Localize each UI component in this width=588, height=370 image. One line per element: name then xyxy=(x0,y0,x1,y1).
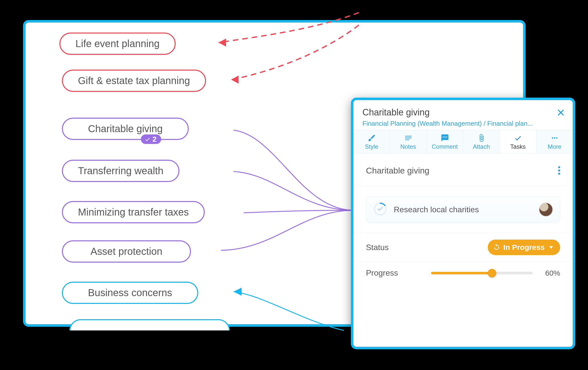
checkmark-icon xyxy=(144,136,151,142)
task-detail-panel: Charitable giving Financial Planning (We… xyxy=(351,98,575,349)
tab-tasks[interactable]: Tasks xyxy=(500,130,536,153)
progress-value: 60% xyxy=(540,269,560,277)
assignee-avatar[interactable] xyxy=(539,203,553,217)
node-charitable-giving[interactable]: Charitable giving xyxy=(62,118,189,140)
tab-label: Style xyxy=(365,143,378,150)
in-progress-icon xyxy=(493,244,500,251)
progress-label: Progress xyxy=(366,268,431,278)
node-label: Business concerns xyxy=(88,287,172,298)
kebab-menu-icon[interactable] xyxy=(558,165,560,176)
tab-label: Comment xyxy=(432,143,458,150)
node-label: Asset protection xyxy=(90,246,162,257)
svg-marker-2 xyxy=(234,288,242,296)
node-label: Transferring wealth xyxy=(78,165,163,176)
progress-row: Progress 60% xyxy=(353,262,573,284)
notes-icon xyxy=(404,134,413,142)
node-life-event-planning[interactable]: Life event planning xyxy=(59,33,176,55)
svg-marker-0 xyxy=(219,39,226,47)
node-partial-hidden[interactable] xyxy=(69,319,230,330)
tab-label: More xyxy=(548,143,561,150)
status-label: Status xyxy=(366,243,431,252)
panel-tabs: Style Notes Comment Attach Tasks More xyxy=(353,130,573,153)
tab-style[interactable]: Style xyxy=(353,130,390,153)
node-gift-estate-tax-planning[interactable]: Gift & estate tax planning xyxy=(62,70,206,92)
close-icon[interactable]: ✕ xyxy=(556,108,565,118)
progress-slider-fill xyxy=(431,272,492,274)
progress-ring-icon xyxy=(373,202,387,217)
paperclip-icon xyxy=(477,134,486,142)
subtask-name: Research local charities xyxy=(394,205,532,214)
status-row: Status In Progress xyxy=(353,233,573,262)
subtask-card[interactable]: Research local charities xyxy=(366,196,560,223)
task-group-name: Charitable giving xyxy=(366,166,429,175)
tab-comment[interactable]: Comment xyxy=(427,130,463,153)
progress-slider-thumb[interactable] xyxy=(488,269,496,277)
badge-count: 2 xyxy=(152,135,157,143)
svg-marker-1 xyxy=(231,76,239,84)
node-label: Life event planning xyxy=(75,38,160,49)
node-label: Gift & estate tax planning xyxy=(78,75,190,86)
paintbrush-icon xyxy=(367,134,376,142)
node-task-count-badge: 2 xyxy=(141,134,161,144)
tab-label: Tasks xyxy=(510,143,526,150)
tab-label: Attach xyxy=(473,143,490,150)
status-value: In Progress xyxy=(503,243,545,252)
svg-point-5 xyxy=(556,137,557,139)
node-business-concerns[interactable]: Business concerns xyxy=(62,282,198,304)
panel-header: Charitable giving Financial Planning (We… xyxy=(353,100,573,130)
tab-more[interactable]: More xyxy=(536,130,573,153)
status-dropdown[interactable]: In Progress xyxy=(488,240,560,255)
node-asset-protection[interactable]: Asset protection xyxy=(62,240,191,263)
node-label: Minimizing transfer taxes xyxy=(78,207,189,218)
task-group-header: Charitable giving xyxy=(353,153,573,186)
node-label: Charitable giving xyxy=(88,123,163,134)
panel-title: Charitable giving xyxy=(362,107,564,118)
svg-point-4 xyxy=(554,137,555,139)
node-minimizing-transfer-taxes[interactable]: Minimizing transfer taxes xyxy=(62,201,205,223)
checkmark-icon xyxy=(513,134,523,142)
tab-notes[interactable]: Notes xyxy=(390,130,427,153)
node-transferring-wealth[interactable]: Transferring wealth xyxy=(62,160,179,182)
caret-down-icon xyxy=(549,246,553,249)
more-icon xyxy=(550,134,559,142)
progress-slider[interactable] xyxy=(431,272,533,274)
tab-label: Notes xyxy=(400,143,416,150)
panel-breadcrumb[interactable]: Financial Planning (Wealth Management) /… xyxy=(362,120,564,127)
tab-attach[interactable]: Attach xyxy=(463,130,500,153)
comment-icon xyxy=(440,134,450,142)
svg-point-3 xyxy=(552,137,553,139)
